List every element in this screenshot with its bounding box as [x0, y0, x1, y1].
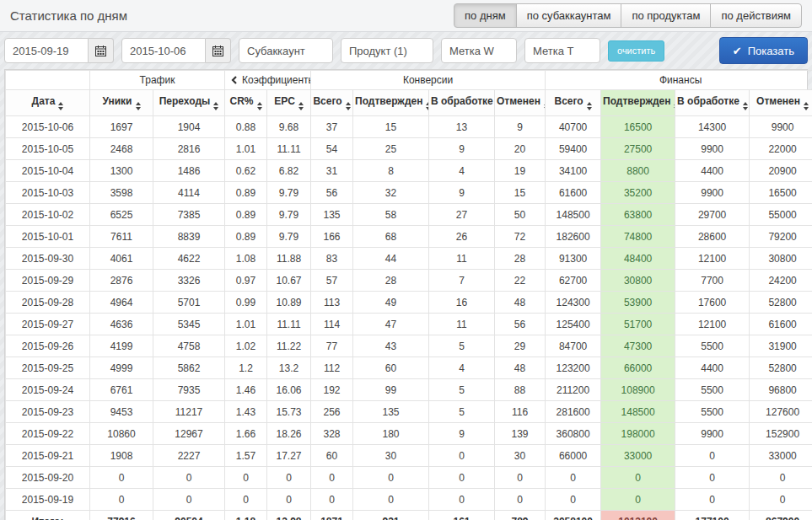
value-cell: 5701 [153, 292, 225, 314]
column-header-7[interactable]: В обработке [429, 90, 495, 116]
table-row: 2015-09-2210860129671.6618.2632818091393… [6, 423, 812, 445]
value-cell: 1.66 [225, 423, 267, 445]
value-cell: 0 [495, 467, 546, 489]
value-cell: 50 [495, 204, 546, 226]
value-cell: 192 [311, 379, 353, 401]
sort-icon[interactable] [298, 102, 304, 110]
value-cell: 1.57 [225, 445, 267, 467]
column-header-6[interactable]: Подтвержден [353, 90, 429, 116]
value-cell: 11 [429, 314, 495, 335]
totals-value: 921 [353, 511, 429, 520]
column-header-1[interactable]: Уники [90, 90, 153, 116]
value-cell: 1.43 [225, 401, 267, 423]
totals-value: 789 [495, 511, 546, 520]
sort-icon[interactable] [257, 102, 262, 110]
value-cell: 28600 [675, 226, 750, 248]
label-w-input[interactable] [441, 38, 517, 63]
chevron-left-icon[interactable] [231, 76, 238, 84]
clear-button[interactable]: очистить [608, 40, 664, 62]
calendar-icon[interactable] [89, 38, 114, 63]
title-bar: Статистика по дням по дням по субаккаунт… [0, 0, 812, 32]
column-label: Подтвержден [603, 95, 670, 107]
tab-by-actions[interactable]: по действиям [710, 3, 802, 28]
date-cell: 2015-10-06 [6, 116, 90, 138]
value-cell: 28 [495, 248, 546, 270]
value-cell: 91300 [546, 248, 601, 270]
show-button[interactable]: ✔ Показать [719, 37, 808, 64]
value-cell: 96800 [750, 379, 812, 401]
sort-icon[interactable] [804, 102, 809, 110]
value-cell: 148500 [546, 204, 601, 226]
value-cell: 51700 [601, 314, 675, 335]
value-cell: 135 [353, 401, 429, 423]
column-header-4[interactable]: EPC [267, 90, 311, 116]
column-header-2[interactable]: Переходы [153, 90, 225, 116]
table-row: 2015-09-28496457010.9910.891134916481243… [6, 292, 812, 314]
column-header-11[interactable]: В обработке [675, 90, 750, 116]
value-cell: 0 [267, 467, 311, 489]
value-cell: 152900 [750, 423, 812, 445]
column-header-12[interactable]: Отменен [750, 90, 812, 116]
value-cell: 124300 [546, 292, 601, 314]
column-header-3[interactable]: CR% [225, 90, 267, 116]
column-header-8[interactable]: Отменен [495, 90, 546, 116]
value-cell: 1904 [153, 116, 225, 138]
value-cell: 198000 [601, 423, 675, 445]
totals-value: 12.98 [267, 511, 311, 520]
tab-by-subaccounts[interactable]: по субаккаунтам [516, 3, 622, 28]
column-header-9[interactable]: Всего [546, 90, 601, 116]
table-row: 2015-09-19000000000000 [6, 489, 812, 511]
calendar-icon[interactable] [206, 38, 231, 63]
tab-by-days[interactable]: по дням [454, 3, 517, 28]
value-cell: 360800 [546, 423, 601, 445]
value-cell: 116 [495, 401, 546, 423]
subaccount-input[interactable] [239, 38, 333, 63]
value-cell: 113 [311, 292, 353, 314]
value-cell: 16500 [601, 116, 675, 138]
value-cell: 4 [429, 357, 495, 379]
value-cell: 28 [353, 270, 429, 292]
value-cell: 9 [429, 138, 495, 160]
date-cell: 2015-09-24 [6, 379, 90, 401]
date-to-input[interactable] [121, 38, 206, 63]
value-cell: 34100 [546, 160, 601, 182]
sort-icon[interactable] [136, 102, 141, 110]
value-cell: 8839 [153, 226, 225, 248]
sort-icon[interactable] [213, 102, 218, 110]
totals-value: 1013100 [601, 511, 675, 520]
column-header-5[interactable]: Всего [311, 90, 353, 116]
filter-bar: очистить ✔ Показать [0, 32, 812, 69]
sort-icon[interactable] [58, 102, 63, 110]
totals-value: 867900 [750, 511, 812, 520]
value-cell: 9 [429, 182, 495, 204]
product-input[interactable] [341, 38, 433, 63]
value-cell: 4758 [153, 335, 225, 357]
group-coefficients-label: Коэффициенты [242, 74, 311, 86]
value-cell: 22 [495, 270, 546, 292]
value-cell: 112 [311, 357, 353, 379]
group-traffic: Трафик [90, 71, 225, 90]
date-from-input[interactable] [4, 38, 89, 63]
value-cell: 14300 [675, 116, 750, 138]
sort-icon[interactable] [743, 102, 748, 110]
date-cell: 2015-09-26 [6, 335, 90, 357]
column-header-10[interactable]: Подтвержден [601, 90, 675, 116]
sort-icon[interactable] [346, 102, 351, 110]
value-cell: 0 [750, 467, 812, 489]
column-label: В обработке [431, 95, 493, 107]
value-cell: 127600 [750, 401, 812, 423]
label-t-input[interactable] [524, 38, 600, 63]
column-label: Подтвержден [355, 95, 422, 107]
value-cell: 2876 [90, 270, 153, 292]
value-cell: 47300 [601, 335, 675, 357]
tab-by-products[interactable]: по продуктам [621, 3, 711, 28]
column-header-0[interactable]: Дата [6, 90, 90, 116]
value-cell: 16 [429, 292, 495, 314]
table-row: 2015-09-27463653451.0111.111144711561254… [6, 314, 812, 335]
sort-icon[interactable] [587, 102, 592, 110]
value-cell: 13.2 [267, 357, 311, 379]
value-cell: 61600 [750, 314, 812, 335]
value-cell: 4999 [90, 357, 153, 379]
value-cell: 12967 [153, 423, 225, 445]
value-cell: 0.99 [225, 292, 267, 314]
